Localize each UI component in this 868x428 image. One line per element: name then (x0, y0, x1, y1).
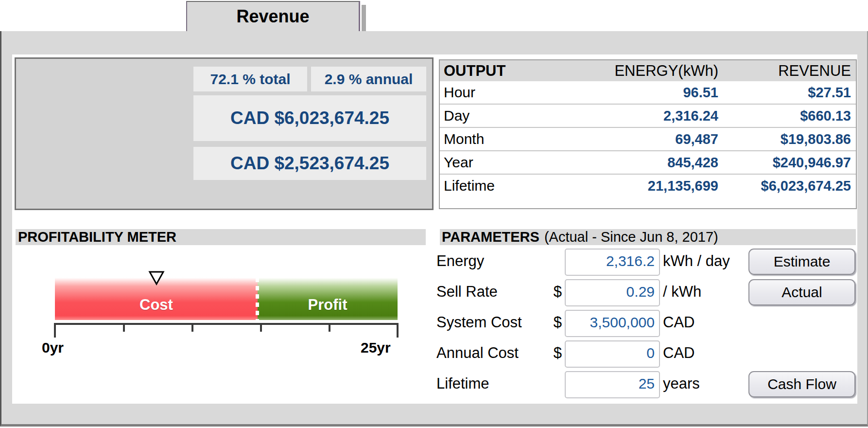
parameters-title: PARAMETERS (442, 229, 539, 245)
param-unit: / kWh (663, 279, 701, 304)
energy-input[interactable]: 2,316.2 (565, 249, 660, 276)
cost-label: Cost (139, 296, 173, 314)
tab-revenue-label: Revenue (236, 6, 309, 27)
axis-tick (329, 323, 330, 332)
param-row-annual-cost: Annual Cost $ 0 CAD (436, 340, 855, 366)
param-label: System Cost (436, 310, 522, 335)
breakeven-divider (256, 278, 259, 320)
profit-label: Profit (308, 296, 347, 314)
parameters-subtitle: (Actual - Since Jun 8, 2017) (544, 229, 718, 245)
row-revenue: $240,946.97 (718, 155, 851, 171)
table-row: Month 69,487 $19,803.86 (440, 127, 856, 150)
row-label: Month (444, 131, 565, 147)
param-label: Energy (436, 249, 484, 274)
currency-symbol (544, 371, 562, 396)
row-energy: 96.51 (565, 85, 718, 101)
profitability-meter-header: PROFITABILITY METER (16, 229, 426, 245)
param-label: Sell Rate (436, 279, 498, 304)
lifetime-input[interactable]: 25 (565, 371, 660, 398)
current-year-marker-icon (148, 270, 165, 288)
profitability-meter: Cost Profit (55, 278, 398, 320)
row-revenue: $6,023,674.25 (718, 178, 851, 194)
actual-button[interactable]: Actual (748, 279, 855, 305)
param-row-energy: Energy 2,316.2 kWh / day Estimate (436, 249, 855, 274)
cash-flow-button[interactable]: Cash Flow (748, 371, 855, 397)
currency-symbol: $ (544, 340, 562, 366)
row-label: Hour (444, 84, 565, 101)
system-cost-input[interactable]: 3,500,000 (565, 310, 660, 337)
output-table: OUTPUT ENERGY(kWh) REVENUE Hour 96.51 $2… (439, 59, 857, 209)
net-profit-value: CAD $2,523,674.25 (193, 147, 426, 180)
output-header-label: OUTPUT (444, 62, 565, 80)
meter-axis-line (54, 323, 399, 325)
tab-revenue[interactable]: Revenue (186, 1, 360, 31)
row-label: Day (444, 107, 565, 124)
param-unit: CAD (663, 310, 694, 335)
param-unit: kWh / day (663, 249, 730, 274)
axis-tick (397, 323, 399, 338)
estimate-button[interactable]: Estimate (748, 249, 855, 275)
table-row: Day 2,316.24 $660.13 (440, 104, 856, 127)
param-unit: years (663, 371, 700, 396)
row-revenue: $27.51 (718, 85, 851, 101)
lifetime-revenue-value: CAD $6,023,674.25 (193, 95, 426, 141)
row-label: Lifetime (444, 178, 565, 194)
revenue-header-label: REVENUE (718, 62, 851, 80)
axis-end-label: 25yr (361, 339, 391, 356)
sell-rate-input[interactable]: 0.29 (565, 279, 660, 306)
axis-tick (54, 323, 56, 338)
currency-symbol: $ (544, 279, 562, 304)
profit-segment: Profit (258, 278, 398, 320)
tab-shadow (362, 5, 366, 31)
axis-tick (260, 323, 262, 332)
output-table-header: OUTPUT ENERGY(kWh) REVENUE (440, 60, 856, 81)
currency-symbol (544, 249, 562, 274)
param-unit: CAD (663, 340, 694, 366)
row-label: Year (444, 154, 565, 171)
return-total-value: 72.1 % total (193, 67, 307, 91)
table-row: Lifetime 21,135,699 $6,023,674.25 (440, 174, 856, 197)
axis-tick (191, 323, 193, 332)
param-row-lifetime: Lifetime 25 years Cash Flow (436, 371, 855, 396)
row-energy: 69,487 (565, 131, 718, 147)
table-row: Hour 96.51 $27.51 (440, 81, 856, 104)
row-energy: 2,316.24 (565, 108, 718, 124)
param-label: Lifetime (436, 371, 489, 396)
energy-header-label: ENERGY(kWh) (565, 62, 718, 80)
row-energy: 21,135,699 (565, 178, 718, 194)
row-energy: 845,428 (565, 155, 718, 171)
parameters-header: PARAMETERS (Actual - Since Jun 8, 2017) (440, 229, 856, 245)
annual-cost-input[interactable]: 0 (565, 340, 660, 368)
table-row: Year 845,428 $240,946.97 (440, 150, 856, 174)
param-row-system-cost: System Cost $ 3,500,000 CAD (436, 310, 855, 335)
return-annual-value: 2.9 % annual (311, 67, 426, 91)
row-revenue: $19,803.86 (718, 131, 851, 147)
row-revenue: $660.13 (718, 108, 851, 124)
axis-tick (123, 323, 125, 332)
axis-start-label: 0yr (42, 339, 64, 356)
param-label: Annual Cost (436, 340, 519, 366)
currency-symbol: $ (544, 310, 562, 335)
param-row-sell-rate: Sell Rate $ 0.29 / kWh Actual (436, 279, 855, 304)
